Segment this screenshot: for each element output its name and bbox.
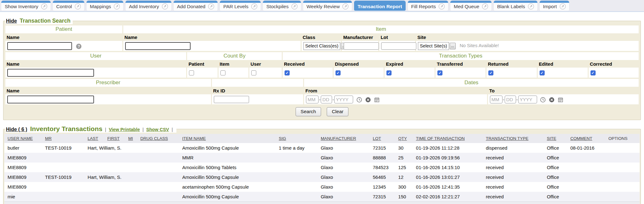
blank-section-cell: [212, 79, 303, 87]
tab-stockpiles[interactable]: Stockpiles↗: [263, 1, 301, 11]
type-expired-label: Expired: [385, 61, 435, 67]
user-name-input[interactable]: [7, 69, 94, 77]
select-classes-box[interactable]: Select Class(es): [303, 42, 341, 50]
from-calendar-icon[interactable]: [374, 97, 380, 103]
table-cell: dispensed: [485, 143, 546, 153]
from-clock-icon[interactable]: [356, 97, 362, 103]
type-dispensed-checkbox[interactable]: [336, 70, 341, 75]
hide-search-link[interactable]: Hide: [6, 18, 17, 24]
type-returned-checkbox[interactable]: [488, 70, 493, 75]
to-month-input[interactable]: [490, 96, 502, 103]
column-header-item-name[interactable]: ITEM NAME: [181, 134, 278, 143]
column-header-first[interactable]: FIRST: [106, 134, 127, 143]
from-year-input[interactable]: [334, 96, 353, 103]
tab-label: Med Queue: [454, 4, 479, 9]
count-by-item-checkbox[interactable]: [220, 70, 225, 75]
column-header-mi[interactable]: MI: [127, 134, 139, 143]
view-printable-link[interactable]: View Printable: [109, 127, 140, 132]
tab-transaction-report[interactable]: Transaction Report: [354, 1, 405, 11]
type-received-checkbox[interactable]: [285, 70, 290, 75]
external-link-icon[interactable]: ↗: [251, 3, 257, 9]
column-header-transaction-type[interactable]: TRANSACTION TYPE: [485, 134, 546, 143]
external-link-icon[interactable]: ↗: [41, 3, 47, 9]
tab-add-donated[interactable]: Add Donated↗: [174, 1, 218, 11]
select-sites-ellipsis-button[interactable]: ...: [450, 43, 456, 49]
prescriber-name-input[interactable]: [7, 96, 94, 103]
type-edited-checkbox[interactable]: [540, 70, 545, 75]
from-month-input[interactable]: [306, 96, 319, 103]
from-day-input[interactable]: [321, 96, 332, 103]
type-corrected-label: Corrected: [589, 61, 639, 67]
lot-input[interactable]: [381, 42, 416, 50]
external-link-icon[interactable]: ↗: [114, 3, 120, 9]
count-by-patient-checkbox[interactable]: [189, 70, 194, 75]
select-sites-box[interactable]: Select Site(s): [418, 42, 449, 50]
tab-label: Stockpiles: [266, 4, 289, 9]
column-header-qty[interactable]: QTY: [397, 134, 415, 143]
table-cell: received: [485, 153, 546, 163]
patient-name-input[interactable]: [7, 42, 72, 50]
tab-weekly-review[interactable]: Weekly Review↗: [303, 1, 352, 11]
external-link-icon[interactable]: ↗: [342, 3, 348, 9]
tab-import[interactable]: Import↗: [540, 1, 569, 11]
column-header-sig[interactable]: SIG: [278, 134, 319, 143]
help-icon[interactable]: ?: [76, 44, 81, 49]
show-csv-link[interactable]: Show CSV: [146, 127, 169, 132]
tab-fill-reports[interactable]: Fill Reports↗: [408, 1, 448, 11]
table-cell: [106, 192, 127, 202]
external-link-icon[interactable]: ↗: [162, 3, 168, 9]
column-header-manufacturer[interactable]: MANUFACTURER: [319, 134, 372, 143]
manufacturer-input[interactable]: [344, 42, 379, 50]
column-header-user-name[interactable]: USER NAME: [4, 134, 44, 143]
hide-results-link[interactable]: Hide ( 6 ): [6, 127, 27, 132]
tab-med-queue[interactable]: Med Queue↗: [450, 1, 491, 11]
user-name-label: Name: [5, 61, 186, 67]
column-header-comment[interactable]: COMMENT: [569, 134, 607, 143]
to-clear-icon[interactable]: [549, 97, 555, 103]
to-clock-icon[interactable]: [540, 97, 546, 103]
type-transferred-checkbox[interactable]: [437, 70, 442, 75]
table-cell: [278, 163, 319, 172]
external-link-icon[interactable]: ↗: [528, 3, 534, 9]
column-header-lot[interactable]: LOT: [372, 134, 397, 143]
tab-add-inventory[interactable]: Add Inventory↗: [125, 1, 171, 11]
search-button[interactable]: Search: [296, 107, 321, 116]
table-cell: Glaxo: [319, 172, 372, 182]
count-by-user-checkbox[interactable]: [251, 70, 256, 75]
tab-blank-labels[interactable]: Blank Labels↗: [494, 1, 537, 11]
rx-id-input[interactable]: [214, 96, 249, 103]
tab-par-levels[interactable]: PAR Levels↗: [220, 1, 261, 11]
table-cell: Hart, William, S.: [86, 172, 106, 182]
tab-control[interactable]: Control↗: [53, 1, 84, 11]
to-year-input[interactable]: [518, 96, 537, 103]
column-header-mr[interactable]: MR: [44, 134, 86, 143]
tab-show-inventory[interactable]: Show Inventory↗: [1, 1, 51, 11]
external-link-icon[interactable]: ↗: [75, 3, 81, 9]
external-link-icon[interactable]: ↗: [208, 3, 214, 9]
to-day-input[interactable]: [505, 96, 516, 103]
item-name-input[interactable]: [125, 42, 191, 50]
to-calendar-icon[interactable]: [558, 97, 564, 103]
column-header-last[interactable]: LAST: [86, 134, 106, 143]
column-header-site[interactable]: SITE: [546, 134, 569, 143]
external-link-icon[interactable]: ↗: [482, 3, 488, 9]
no-sites-text: No Sites Available!: [460, 43, 499, 48]
inventory-transactions-legend: Hide ( 6 ) Inventory Transactions | View…: [5, 125, 176, 133]
external-link-icon[interactable]: ↗: [291, 3, 297, 9]
type-received-label: Received: [283, 61, 333, 67]
transaction-types-section-title: Transaction Types: [283, 52, 639, 60]
prescriber-dates-grid: Prescriber Dates Name Rx ID From To --: [4, 78, 640, 105]
table-cell: received: [485, 182, 546, 192]
column-header-time-of-transaction[interactable]: TIME OF TRANSACTION: [415, 134, 485, 143]
external-link-icon[interactable]: ↗: [439, 3, 445, 9]
column-header-drug-class[interactable]: DRUG CLASS: [139, 134, 181, 143]
table-cell: Office: [546, 153, 569, 163]
type-corrected-checkbox[interactable]: [591, 70, 596, 75]
tab-mappings[interactable]: Mappings↗: [86, 1, 123, 11]
type-expired-checkbox[interactable]: [386, 70, 391, 75]
table-cell: 1 time a day: [278, 143, 319, 153]
clear-button[interactable]: Clear: [327, 107, 348, 116]
site-label: Site: [416, 34, 639, 40]
from-clear-icon[interactable]: [365, 97, 371, 103]
external-link-icon[interactable]: ↗: [560, 3, 566, 9]
